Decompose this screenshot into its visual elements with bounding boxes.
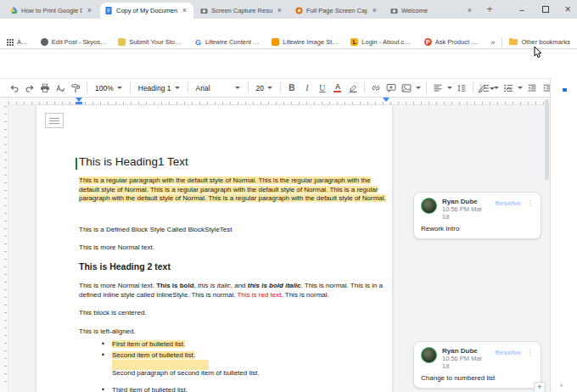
comment-card-1[interactable]: Ryan Dube 10:56 PM Mar 18 Resolve Rework… [413, 192, 541, 239]
italic-button[interactable]: I [300, 81, 314, 95]
style-value: Heading 1 [138, 84, 171, 92]
align-button[interactable] [431, 81, 445, 95]
chevron-down-icon[interactable] [447, 87, 452, 89]
bookmark-label: Login - About.com... [361, 38, 412, 46]
close-icon[interactable] [181, 7, 188, 14]
bookmarks-overflow-icon[interactable] [490, 38, 495, 47]
bullet-icon [101, 340, 105, 348]
tab-full-page-screen-capture[interactable]: Full Page Screen Capture - [290, 3, 384, 19]
commenter-avatar [421, 198, 437, 214]
browser-window: How to Print Google Doc W Copy of My Doc… [0, 0, 577, 392]
chevron-down-icon[interactable] [518, 87, 523, 89]
drive-icon [10, 7, 18, 14]
chevron-down-icon[interactable] [416, 87, 421, 89]
text-cursor [76, 158, 77, 170]
tab-title: Full Page Screen Capture - [306, 7, 367, 14]
tab-how-to-print[interactable]: How to Print Google Doc W [5, 3, 98, 19]
tab-strip: How to Print Google Doc W Copy of My Doc… [0, 0, 577, 19]
doc-centered-line: This block is centered. [79, 309, 389, 318]
line-spacing-button[interactable] [455, 81, 468, 95]
comment-text: Change to numbered list [421, 374, 534, 382]
document-page[interactable]: This is Heading1 Text This is a regular … [36, 105, 392, 392]
comment-timestamp: 10:56 PM Mar 18 [442, 355, 490, 370]
first-line-indent-marker[interactable] [76, 102, 82, 104]
close-icon[interactable] [371, 7, 378, 14]
apps-grid-icon [7, 39, 14, 46]
bookmark-lifewire-content[interactable]: Lifewire Content Hu... [194, 38, 260, 46]
commenter-avatar [421, 347, 437, 363]
text-color-button[interactable]: A [331, 81, 345, 95]
highlight-color-button[interactable] [346, 81, 360, 95]
resolve-button[interactable]: Resolve [495, 349, 521, 356]
bold-button[interactable]: B [285, 81, 299, 95]
bookmark-ask-product-hunt[interactable]: Ask Product Hunt [424, 38, 480, 46]
doc-heading1: This is Heading1 Text [79, 155, 188, 168]
paint-format-button[interactable] [69, 81, 82, 95]
chevron-down-icon [235, 87, 240, 89]
maximize-button[interactable] [535, 0, 557, 19]
hide-side-panel-icon[interactable] [560, 381, 563, 389]
comment-menu-icon[interactable] [526, 199, 534, 207]
zoom-value: 100% [95, 84, 114, 92]
commenter-name: Ryan Dube [442, 347, 490, 355]
redo-button[interactable] [23, 81, 36, 95]
close-icon[interactable] [276, 7, 283, 14]
divider [364, 82, 365, 93]
page-icon [118, 38, 126, 46]
zoom-select[interactable]: 100% [95, 84, 122, 92]
docs-toolbar: 100% Heading 1 Arial 20 B I U A 123 [0, 78, 550, 98]
right-indent-marker[interactable] [383, 98, 389, 102]
ruler-ticks [8, 102, 550, 104]
bookmark-submit-story[interactable]: Submit Your Story |... [118, 38, 183, 46]
document-outline-icon[interactable] [45, 113, 64, 128]
bookmark-label: Lifewire Image Style... [283, 38, 339, 46]
vertical-scrollbar[interactable] [545, 99, 549, 180]
print-button[interactable] [38, 81, 52, 95]
tab-title: Screen Capture Result [211, 7, 272, 14]
doc-bullet-2-paragraph: Second paragraph of second item of bulle… [112, 369, 423, 378]
tab-welcome[interactable]: Welcome [385, 3, 479, 19]
docs-icon [105, 7, 113, 14]
add-comment-button[interactable] [384, 81, 398, 95]
underline-button[interactable]: U [316, 81, 329, 95]
window-close-button[interactable] [557, 0, 577, 19]
spellcheck-button[interactable] [53, 81, 67, 95]
close-icon[interactable] [86, 7, 93, 14]
apps-shortcut[interactable]: Apps [7, 38, 30, 46]
highlighted-text: Second item of bulleted list. [112, 351, 195, 359]
editing-mode-button[interactable] [475, 82, 489, 96]
insert-link-button[interactable] [369, 81, 383, 95]
new-tab-button[interactable] [484, 4, 496, 16]
undo-button[interactable] [8, 81, 21, 95]
other-bookmarks-folder[interactable]: Other bookmarks [509, 38, 570, 46]
bookmark-label: Submit Your Story |... [129, 38, 183, 46]
close-icon[interactable] [466, 7, 473, 14]
decrease-indent-button[interactable] [525, 81, 539, 95]
paragraph-style-select[interactable]: Heading 1 [138, 84, 180, 92]
bookmark-edit-post[interactable]: Edit Post - Skyose -... [41, 38, 107, 46]
chevron-down-icon[interactable] [490, 87, 495, 90]
add-button[interactable] [534, 382, 546, 392]
tab-title: Welcome [401, 7, 462, 14]
comment-menu-icon[interactable] [526, 348, 534, 356]
font-select[interactable]: Arial [196, 84, 240, 92]
divider [87, 82, 87, 93]
divider [130, 82, 131, 93]
folder-icon [509, 39, 518, 45]
resolve-button[interactable]: Resolve [495, 199, 521, 207]
chevron-down-icon [267, 87, 272, 89]
bookmark-label: Other bookmarks [521, 38, 570, 46]
hide-menus-button[interactable] [501, 82, 515, 96]
tab-copy-of-my-document[interactable]: Copy of My Document - Go [100, 3, 193, 19]
tab-screen-capture-result[interactable]: Screen Capture Result [195, 3, 288, 19]
divider [280, 82, 281, 93]
minimize-button[interactable] [511, 0, 533, 19]
font-size-select[interactable]: 20 [256, 84, 272, 92]
insert-image-button[interactable] [400, 81, 413, 95]
bookmarks-bar: Apps Edit Post - Skyose -... Submit Your… [0, 36, 577, 49]
doc-bullet-3: Third item of bulleted list. [112, 386, 423, 392]
comment-card-2[interactable]: Ryan Dube 10:56 PM Mar 18 Resolve Change… [413, 341, 541, 389]
bookmark-lifewire-image[interactable]: Lifewire Image Style... [272, 38, 339, 46]
doc-paragraph-highlighted: This is a regular paragraph with the def… [79, 176, 389, 204]
bookmark-login-about[interactable]: Login - About.com... [350, 38, 412, 46]
